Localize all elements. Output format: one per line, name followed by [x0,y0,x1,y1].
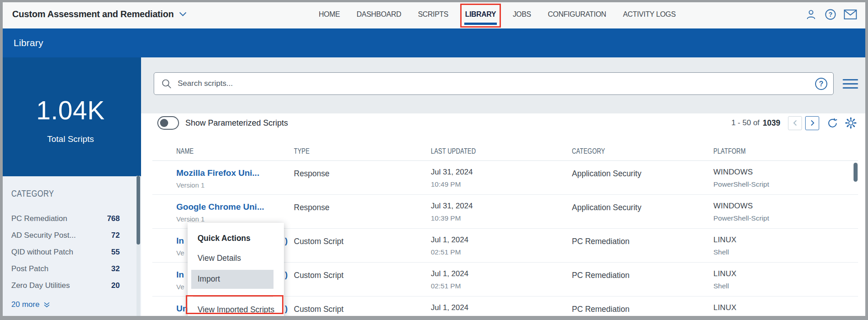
category-item-post-patch[interactable]: Post Patch 32 [11,260,120,277]
chevron-down-icon[interactable] [179,12,187,17]
category-more-link[interactable]: 20 more [11,300,50,309]
search-help-icon[interactable]: ? [815,78,827,90]
script-version: Version 1 [176,181,205,189]
category-more-label: 20 more [11,300,39,309]
menu-icon[interactable] [843,79,858,91]
last-updated-time: 10:49 PM [431,180,461,188]
app-title: Custom Assessment and Remediation [12,9,174,19]
category-item-pc-remediation[interactable]: PC Remediation 768 [11,210,120,227]
last-updated-date: Jul 31, 2024 [431,168,473,177]
next-page-button[interactable] [805,116,819,130]
menu-item-view-details[interactable]: View Details [198,254,241,263]
top-bar: Custom Assessment and Remediation HOME D… [0,0,868,28]
menu-item-view-imported-scripts[interactable]: View Imported Scripts [198,305,274,315]
script-type: Response [294,203,330,212]
page-banner: Library [0,28,868,57]
help-icon[interactable]: ? [824,8,837,21]
column-header-type[interactable]: TYPE [294,147,310,155]
total-scripts-value: 1.04K [0,95,141,125]
script-platform-sub: PowerShell-Script [713,214,769,222]
refresh-icon[interactable] [826,117,839,129]
script-name-link[interactable]: Un [176,304,188,314]
category-count: 72 [111,231,120,240]
category-label: AD Security Post... [11,231,76,240]
show-parameterized-label: Show Parameterized Scripts [185,118,288,128]
last-updated-date: Jul 31, 2024 [431,202,473,211]
last-updated-date: Jul 1, 2024 [431,235,468,245]
sidebar-scrollbar-thumb[interactable] [137,176,140,245]
script-name-link[interactable]: In [176,236,184,246]
search-icon [161,79,172,89]
script-name-suffix: ) [285,270,288,280]
main-content: ? Show Parameterized Scripts 1 - 50 of 1… [141,57,868,320]
chevron-left-icon [793,120,798,126]
category-label: Zero Day Utilities [11,281,70,290]
main-nav: HOME DASHBOARD SCRIPTS LIBRARY JOBS CONF… [319,0,676,28]
pagination: 1 - 50 of 1039 [731,115,857,131]
previous-page-button[interactable] [788,116,802,130]
column-header-category[interactable]: CATEGORY [572,147,605,155]
script-platform: WINDOWS [713,168,753,177]
double-chevron-down-icon [43,302,50,308]
category-heading: CATEGORY [11,189,54,199]
nav-item-home[interactable]: HOME [319,10,340,19]
sidebar: 1.04K Total Scripts CATEGORY PC Remediat… [0,57,141,320]
script-name-link[interactable]: Google Chrome Uni... [176,202,264,212]
script-type: Custom Script [294,271,344,280]
annotation-red-box-library [460,4,501,28]
table-row[interactable]: Mozilla Firefox Uni... Version 1 Respons… [141,161,868,195]
script-version: Ve [176,283,184,291]
script-platform-sub: Shell [713,282,729,290]
mail-icon[interactable] [844,9,857,20]
last-updated-date: Jul 1, 2024 [431,303,468,312]
menu-divider [193,296,273,297]
script-name-link[interactable]: Mozilla Firefox Uni... [176,168,259,178]
last-updated-time: 02:51 PM [431,248,461,256]
pagination-range: 1 - 50 of [731,118,760,127]
category-list: PC Remediation 768 AD Security Post... 7… [11,210,120,294]
quick-actions-title: Quick Actions [198,234,250,243]
column-header-last-updated[interactable]: LAST UPDATED [431,147,476,155]
page-title: Library [14,38,43,48]
category-label: QID without Patch [11,248,73,257]
svg-text:?: ? [829,11,833,18]
nav-item-scripts[interactable]: SCRIPTS [418,10,448,19]
table-scrollbar-thumb[interactable] [854,163,858,182]
script-category: Application Security [572,169,642,179]
nav-item-configuration[interactable]: CONFIGURATION [548,10,606,19]
settings-gear-icon[interactable] [844,117,857,129]
toggle-knob [160,119,168,127]
nav-item-activity-logs[interactable]: ACTIVITY LOGS [623,10,676,19]
category-label: PC Remediation [11,214,67,223]
nav-item-library[interactable]: LIBRARY [465,10,496,19]
script-version: Version 1 [176,215,205,223]
total-scripts-panel: 1.04K Total Scripts [0,57,141,176]
category-item-qid-without-patch[interactable]: QID without Patch 55 [11,244,120,260]
user-icon[interactable] [805,8,817,21]
show-parameterized-toggle[interactable] [157,116,179,130]
chevron-right-icon [810,120,815,126]
script-platform-sub: PowerShell-Script [713,180,769,188]
script-platform: LINUX [713,269,736,278]
script-platform: WINDOWS [713,202,753,211]
script-type: Custom Script [294,237,344,246]
total-scripts-label: Total Scripts [0,134,141,144]
script-name-suffix: ) [285,304,288,314]
category-count: 32 [111,264,120,273]
script-name-link[interactable]: In [176,270,184,280]
column-header-platform[interactable]: PLATFORM [713,147,746,155]
menu-item-import[interactable]: Import [198,274,220,284]
column-header-name[interactable]: NAME [176,147,193,155]
app-switcher[interactable]: Custom Assessment and Remediation [12,0,187,28]
nav-item-dashboard[interactable]: DASHBOARD [357,10,401,19]
category-item-zero-day-utilities[interactable]: Zero Day Utilities 20 [11,277,120,294]
category-item-ad-security[interactable]: AD Security Post... 72 [11,227,120,244]
category-count: 768 [107,214,120,223]
category-count: 20 [111,281,120,290]
search-input[interactable] [178,73,765,94]
script-type: Response [294,169,330,179]
script-platform-sub: Shell [713,248,729,256]
quick-actions-menu: Quick Actions View Details Import View I… [188,223,284,320]
script-category: PC Remediation [572,237,629,246]
nav-item-jobs[interactable]: JOBS [513,10,531,19]
